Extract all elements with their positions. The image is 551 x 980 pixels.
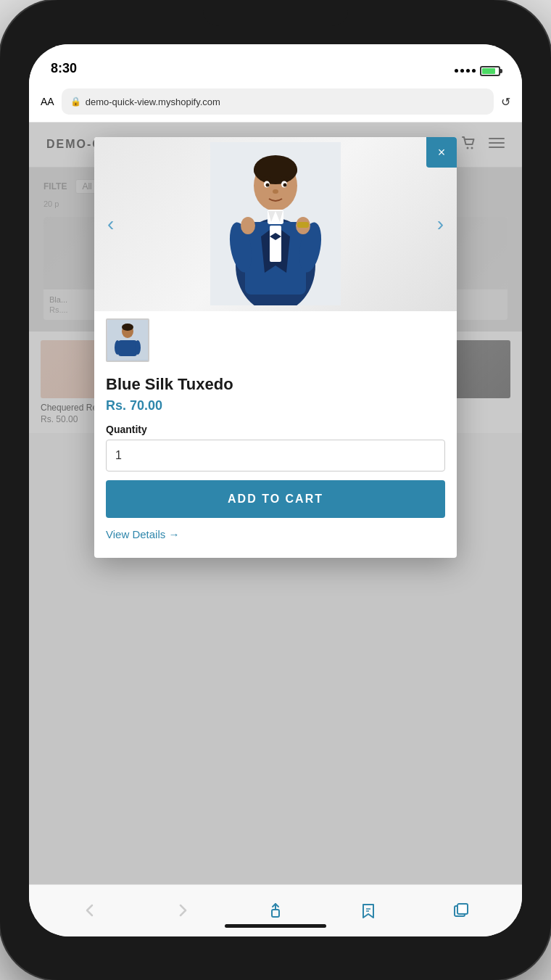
thumbnail-image bbox=[107, 320, 148, 361]
signal-icon bbox=[455, 69, 476, 73]
lock-icon: 🔒 bbox=[70, 96, 81, 107]
browser-url-text: demo-quick-view.myshopify.com bbox=[86, 96, 485, 107]
product-title: Blue Silk Tuxedo bbox=[106, 375, 445, 394]
phone-screen: 8:30 AA 🔒 demo-quick-view.myshopify.com bbox=[29, 44, 522, 936]
reload-button[interactable]: ↺ bbox=[501, 95, 510, 109]
browser-bar: AA 🔒 demo-quick-view.myshopify.com ↺ bbox=[29, 82, 522, 123]
svg-point-35 bbox=[122, 324, 133, 331]
svg-rect-36 bbox=[272, 910, 279, 917]
home-indicator bbox=[225, 924, 326, 928]
svg-rect-12 bbox=[270, 226, 281, 262]
browser-toolbar bbox=[29, 884, 522, 936]
svg-rect-41 bbox=[457, 904, 468, 914]
svg-rect-32 bbox=[118, 340, 137, 356]
svg-point-25 bbox=[283, 184, 287, 187]
svg-point-34 bbox=[135, 340, 141, 355]
svg-rect-21 bbox=[254, 164, 297, 177]
carousel-prev-button[interactable]: ‹ bbox=[102, 207, 120, 242]
product-price: Rs. 70.00 bbox=[106, 398, 445, 413]
status-icons bbox=[455, 66, 500, 76]
thumbnail-row bbox=[94, 311, 457, 369]
modal-close-button[interactable]: × bbox=[426, 137, 457, 168]
svg-point-26 bbox=[273, 189, 278, 194]
svg-point-33 bbox=[115, 340, 120, 355]
view-details-link[interactable]: View Details → bbox=[106, 527, 445, 546]
phone-notch bbox=[203, 0, 348, 26]
browser-url-bar[interactable]: 🔒 demo-quick-view.myshopify.com bbox=[62, 88, 494, 115]
forward-button[interactable] bbox=[167, 894, 199, 926]
battery-icon bbox=[480, 66, 500, 76]
quantity-label: Quantity bbox=[106, 424, 445, 435]
bookmarks-button[interactable] bbox=[352, 894, 384, 926]
status-bar: 8:30 bbox=[29, 44, 522, 82]
browser-aa-button[interactable]: AA bbox=[41, 96, 54, 107]
svg-rect-18 bbox=[297, 222, 309, 228]
back-button[interactable] bbox=[74, 894, 106, 926]
website-content: DEMO-QUICK-VIEW bbox=[29, 123, 522, 884]
svg-point-16 bbox=[241, 217, 255, 234]
modal-product-details: Blue Silk Tuxedo Rs. 70.00 Quantity ADD … bbox=[94, 369, 457, 558]
tabs-button[interactable] bbox=[445, 894, 477, 926]
product-image-container: ‹ › bbox=[94, 137, 457, 311]
battery-fill bbox=[482, 68, 495, 74]
modal-overlay[interactable]: × bbox=[29, 123, 522, 884]
status-time: 8:30 bbox=[51, 61, 77, 76]
add-to-cart-button[interactable]: ADD TO CART bbox=[106, 480, 445, 518]
product-image-svg bbox=[210, 142, 341, 305]
close-icon: × bbox=[438, 146, 446, 159]
svg-point-24 bbox=[266, 184, 270, 187]
product-thumbnail[interactable] bbox=[106, 318, 149, 362]
share-button[interactable] bbox=[260, 894, 291, 926]
product-modal: × bbox=[94, 137, 457, 558]
product-image bbox=[94, 137, 457, 311]
carousel-next-button[interactable]: › bbox=[431, 207, 450, 242]
phone-device: 8:30 AA 🔒 demo-quick-view.myshopify.com bbox=[0, 0, 551, 980]
quantity-input[interactable] bbox=[106, 440, 445, 472]
